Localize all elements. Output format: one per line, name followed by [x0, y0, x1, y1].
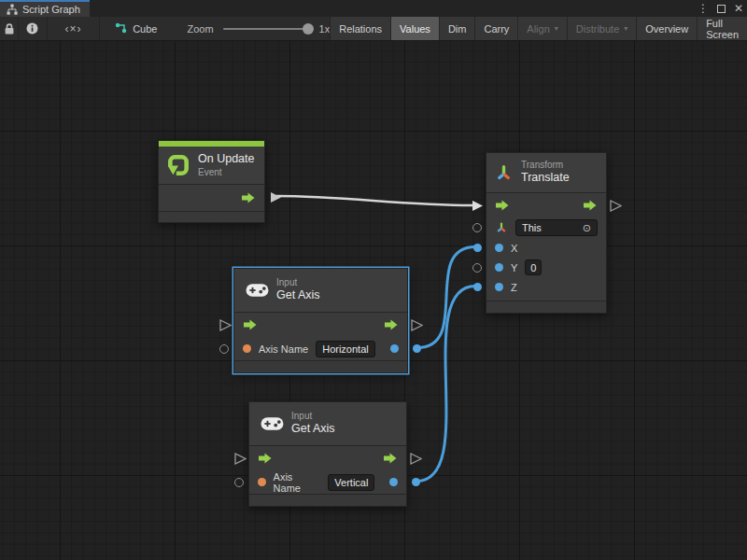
value-input-port-z[interactable]: [495, 283, 503, 291]
node-footer: [159, 212, 264, 222]
code-preview-button[interactable]: ‹×›: [48, 17, 100, 40]
graph-node-icon: [115, 22, 127, 35]
string-input-port[interactable]: [258, 478, 266, 486]
node-subtitle: Input: [291, 411, 335, 423]
tab-title: Script Graph: [22, 4, 80, 15]
target-field[interactable]: This ⊙: [515, 219, 598, 236]
flow-input-connector[interactable]: [472, 200, 484, 212]
flow-row: [249, 446, 406, 470]
graph-reference[interactable]: Cube: [115, 17, 157, 40]
tab-script-graph[interactable]: Script Graph: [0, 0, 90, 17]
flow-input-port[interactable]: [243, 319, 258, 330]
flow-output-connector[interactable]: [610, 200, 622, 212]
script-graph-window: Script Graph ⋮ ✕ ‹×›: [0, 0, 747, 560]
axis-name-field[interactable]: Vertical: [328, 474, 374, 491]
gamepad-icon: [246, 283, 269, 298]
node-footer: [234, 361, 407, 372]
param-row: Axis Name Vertical: [249, 470, 406, 494]
target-row: This ⊙: [486, 217, 606, 238]
object-picker-icon[interactable]: ⊙: [575, 223, 591, 233]
node-header: Input Get Axis: [249, 402, 406, 445]
script-graph-icon: [7, 4, 18, 15]
value-input-port-x[interactable]: [495, 244, 503, 252]
axis-name-field[interactable]: Horizontal: [316, 341, 375, 357]
string-input-port[interactable]: [243, 344, 251, 353]
string-input-connector[interactable]: [234, 478, 244, 487]
node-get-axis-vertical[interactable]: Input Get Axis Axis Name Vertical: [248, 401, 407, 507]
zoom-control: Zoom 1x: [187, 17, 330, 40]
target-input-connector[interactable]: [472, 223, 482, 232]
port-label: Y: [511, 262, 517, 273]
port-row-y: Y 0: [486, 258, 606, 277]
zoom-slider-handle[interactable]: [303, 23, 314, 35]
align-dropdown[interactable]: Align▾: [518, 17, 567, 40]
info-button[interactable]: [19, 17, 48, 40]
flow-input-connector[interactable]: [234, 453, 247, 465]
flow-input-connector[interactable]: [219, 319, 232, 331]
node-subtitle: Event: [198, 167, 254, 179]
toolbar: ‹×› Cube Zoom 1x Relations Values Dim Ca…: [0, 17, 747, 41]
node-title: Translate: [521, 171, 570, 186]
flow-output-port[interactable]: [241, 192, 256, 203]
window-menu-icon[interactable]: ⋮: [698, 0, 709, 17]
node-translate[interactable]: Transform Translate This ⊙: [486, 152, 607, 314]
flow-output-connector[interactable]: [270, 191, 282, 203]
flow-output-connector[interactable]: [410, 453, 422, 465]
value-output-port[interactable]: [390, 344, 399, 353]
dim-button[interactable]: Dim: [440, 17, 476, 40]
node-footer: [249, 495, 406, 506]
values-button[interactable]: Values: [391, 17, 440, 40]
code-preview-icon: ‹×›: [64, 22, 81, 35]
gamepad-icon: [261, 416, 284, 431]
lock-icon: [3, 22, 16, 35]
distribute-dropdown[interactable]: Distribute▾: [568, 17, 637, 40]
port-label: Z: [511, 282, 517, 293]
flow-output-port[interactable]: [583, 200, 598, 211]
zoom-slider[interactable]: [223, 28, 310, 30]
node-title: Get Axis: [276, 288, 320, 303]
y-input-connector[interactable]: [472, 263, 482, 273]
relations-button[interactable]: Relations: [331, 17, 391, 40]
flow-input-port[interactable]: [495, 200, 510, 211]
x-input-connector[interactable]: [473, 244, 482, 252]
param-row: Axis Name Horizontal: [234, 337, 407, 360]
flow-row: [486, 193, 606, 217]
carry-button[interactable]: Carry: [475, 17, 518, 40]
param-label: Axis Name: [259, 343, 308, 355]
lock-button[interactable]: [0, 17, 19, 40]
flow-output-port[interactable]: [384, 319, 399, 330]
value-output-port[interactable]: [389, 478, 398, 486]
node-subtitle: Input: [276, 277, 320, 289]
node-on-update[interactable]: On Update Event: [158, 140, 265, 223]
flow-output-connector[interactable]: [411, 319, 423, 331]
node-title: Get Axis: [291, 422, 335, 437]
port-label: X: [511, 243, 517, 254]
window-controls: ⋮ ✕: [698, 0, 743, 17]
fullscreen-button[interactable]: Full Screen: [698, 17, 747, 40]
tab-bar: Script Graph ⋮ ✕: [0, 0, 747, 17]
transform-axes-icon: [495, 221, 508, 234]
loop-event-icon: [166, 153, 190, 177]
string-input-connector[interactable]: [219, 344, 229, 354]
transform-axes-icon: [494, 163, 514, 183]
node-subtitle: Transform: [521, 160, 570, 172]
port-row-x: X: [486, 238, 606, 258]
flow-output-port[interactable]: [383, 453, 398, 464]
y-value-field[interactable]: 0: [525, 259, 542, 275]
value-input-port-y[interactable]: [495, 263, 503, 272]
node-footer: [486, 301, 606, 313]
node-get-axis-horizontal[interactable]: Input Get Axis Axis Name Horizontal: [233, 268, 408, 373]
overview-button[interactable]: Overview: [637, 17, 698, 40]
chevron-down-icon: ▾: [555, 24, 558, 33]
value-output-connector[interactable]: [413, 344, 421, 353]
z-input-connector[interactable]: [473, 283, 482, 291]
chevron-down-icon: ▾: [624, 24, 627, 33]
zoom-label: Zoom: [187, 23, 213, 35]
maximize-icon[interactable]: [717, 5, 726, 13]
flow-input-port[interactable]: [258, 453, 273, 464]
close-icon[interactable]: ✕: [734, 0, 743, 17]
value-output-connector[interactable]: [412, 478, 420, 486]
node-header: On Update Event: [159, 147, 264, 184]
zoom-value: 1x: [319, 23, 331, 35]
node-header: Transform Translate: [486, 153, 606, 192]
